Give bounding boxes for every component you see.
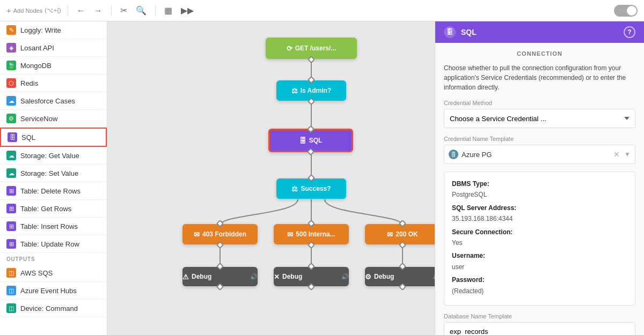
sidebar-item-redis[interactable]: ⬡ Redis [0,75,107,92]
storage-set-icon: ☁ [6,168,16,178]
debug3-icon: ⚙ [365,273,371,281]
node-debug-3[interactable]: ⚙ Debug 🔊 [365,267,435,286]
internal-icon: ✉ [287,230,293,239]
table-update-icon: ⊞ [6,239,16,249]
canvas-connections [107,21,435,335]
is-admin-in-connector [308,76,315,84]
credential-method-select[interactable]: Choose a Service Credential ... [444,109,635,128]
sidebar-item-aws-sqs[interactable]: ◫ AWS SQS [0,264,107,282]
main-area: ✎ Loggly: Write ◈ Losant API 🍃 MongoDB ⬡… [0,21,644,335]
success-icon: ⚖ [291,185,298,193]
redo-button[interactable]: → [92,5,105,17]
loggly-write-icon: ✎ [6,25,16,35]
forbidden-in-connector [216,220,224,227]
device-command-icon: ◫ [6,303,16,313]
ok-in-connector [399,220,406,227]
sidebar-item-table-get-rows[interactable]: ⊞ Table: Get Rows [0,200,107,218]
node-debug-1[interactable]: ⚠ Debug 🔊 [182,267,258,286]
node-200-ok[interactable]: ✉ 200 OK [365,224,435,244]
storage-get-icon: ☁ [6,151,16,160]
cut-button[interactable]: ✂ [118,4,129,17]
panel-section-title: CONNECTION [444,50,635,57]
credential-name-field[interactable]: 🗄 Azure PG ✕ ▼ [444,145,635,164]
debug1-in-connector [216,263,224,270]
aws-sqs-icon: ◫ [6,268,16,278]
debug3-out-connector [399,283,406,291]
sidebar-item-losant-api[interactable]: ◈ Losant API [0,39,107,57]
toolbar-divider-2 [111,5,112,16]
table-insert-icon: ⊞ [6,221,16,231]
node-debug-2[interactable]: ✕ Debug 🔊 [274,267,349,286]
zoom-button[interactable]: 🔍 [134,4,149,17]
sidebar-item-table-update-row[interactable]: ⊞ Table: Update Row [0,235,107,253]
toolbar: + Add Nodes (⌥+{) ← → ✂ 🔍 ▦ ▶▶ [0,0,644,21]
sidebar-item-mongodb[interactable]: 🍃 MongoDB [0,57,107,75]
sidebar-item-table-delete-rows[interactable]: ⊞ Table: Delete Rows [0,182,107,200]
panel-help-button[interactable]: ? [624,26,635,38]
credential-name-dropdown-button[interactable]: ▼ [624,151,631,158]
sidebar: ✎ Loggly: Write ◈ Losant API 🍃 MongoDB ⬡… [0,21,107,335]
forbidden-out-connector [216,241,224,249]
sidebar-item-table-insert-rows[interactable]: ⊞ Table: Insert Rows [0,218,107,235]
sidebar-item-device-command[interactable]: ◫ Device: Command [0,300,107,317]
get-users-icon: ⟳ [287,44,292,53]
is-admin-icon: ⚖ [291,87,298,95]
sidebar-item-servicenow[interactable]: ⚙ ServiceNow [0,110,107,128]
node-sql[interactable]: 🗄 SQL [268,129,353,152]
internal-out-connector [308,241,315,249]
sidebar-item-storage-set-value[interactable]: ☁ Storage: Set Value [0,165,107,182]
sql-out-connector [307,148,314,155]
node-403-forbidden[interactable]: ✉ 403 Forbidden [182,224,258,244]
salesforce-icon: ☁ [6,96,16,106]
panel-body: CONNECTION Choose whether to pull the co… [435,43,644,335]
credential-name-label: Credential Name Template [444,136,635,142]
ok-out-connector [399,241,406,249]
debug1-out-connector [216,283,224,291]
panel-description: Choose whether to pull the connection co… [444,63,635,92]
toolbar-divider-3 [155,5,156,16]
node-success[interactable]: ⚖ Success? [276,178,346,199]
internal-in-connector [308,220,315,227]
canvas[interactable]: ⟳ GET /users/... ⚖ Is Admin? 🗄 SQL ⚖ Suc… [107,21,435,335]
redis-icon: ⬡ [6,78,16,88]
losant-api-icon: ◈ [6,43,16,53]
sql-in-connector [307,125,314,133]
ok-icon: ✉ [387,230,393,239]
debug1-icon: ⚠ [182,273,189,281]
node-is-admin[interactable]: ⚖ Is Admin? [276,80,346,101]
debug2-in-connector [308,263,315,270]
is-admin-out-connector [308,98,315,105]
panel-header-icon: 🗄 [444,26,456,38]
credential-method-label: Credential Method [444,100,635,106]
outputs-section-label: OUTPUTS [0,253,107,264]
mongodb-icon: 🍃 [6,61,16,70]
sidebar-item-azure-event-hubs[interactable]: ◫ Azure Event Hubs [0,282,107,300]
azure-hubs-icon: ◫ [6,286,16,295]
debug3-in-connector [399,263,406,270]
sidebar-item-loggly-write[interactable]: ✎ Loggly: Write [0,21,107,39]
table-get-icon: ⊞ [6,204,16,213]
debug2-icon: ✕ [274,273,280,281]
sidebar-item-sql[interactable]: 🗄 SQL [0,128,107,147]
debug2-out-connector [308,283,315,291]
add-nodes-button[interactable]: + Add Nodes (⌥+{) [6,6,61,15]
azure-pg-icon: 🗄 [449,150,458,159]
undo-button[interactable]: ← [75,5,87,17]
node-get-users[interactable]: ⟳ GET /users/... [266,38,357,59]
debug-toggle-switch[interactable] [614,5,638,17]
debug-toggle-button[interactable]: ▶▶ [179,4,196,17]
right-panel: 🗄 SQL ? CONNECTION Choose whether to pul… [435,21,644,335]
db-name-label: Database Name Template [444,313,635,319]
credential-method-field: Choose a Service Credential ... [444,109,635,128]
get-users-out-connector [308,56,315,63]
sql-node-icon: 🗄 [299,137,306,145]
success-in-connector [308,174,315,182]
table-delete-icon: ⊞ [6,186,16,196]
db-name-input[interactable] [444,322,635,335]
panel-header: 🗄 SQL ? [435,21,644,43]
credential-name-clear-button[interactable]: ✕ [612,149,621,160]
fit-button[interactable]: ▦ [162,4,174,17]
sidebar-item-storage-get-value[interactable]: ☁ Storage: Get Value [0,147,107,165]
sidebar-item-salesforce-cases[interactable]: ☁ Salesforce Cases [0,92,107,110]
node-500-internal[interactable]: ✉ 500 Interna... [274,224,349,244]
